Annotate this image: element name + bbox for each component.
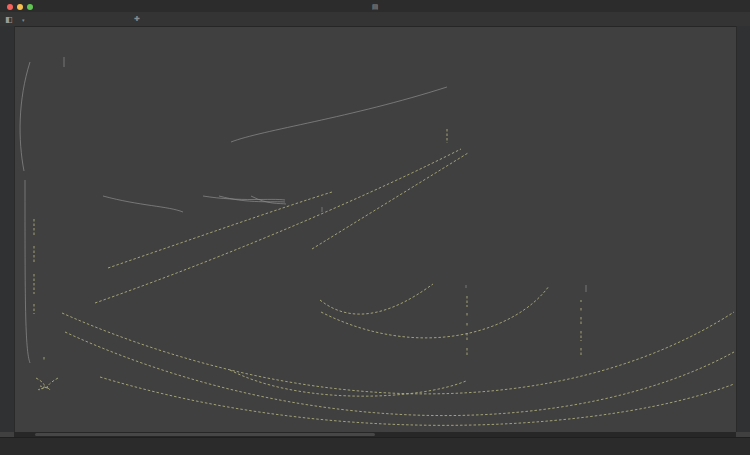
max-patcher-window: ▤ ◧ ▾ ✚ <box>0 0 750 455</box>
bottom-toolbar <box>0 437 750 455</box>
patcher-canvas[interactable] <box>0 0 750 455</box>
h-scrollbar-thumb[interactable] <box>35 433 375 436</box>
